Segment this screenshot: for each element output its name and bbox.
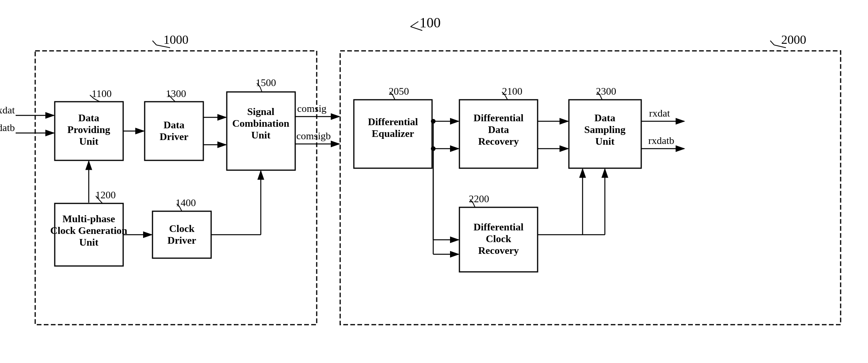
data-driver-label1: Data	[163, 119, 184, 131]
main-ref-label: 100	[420, 15, 441, 31]
ref-2300: 2300	[596, 86, 616, 97]
deq-label1: Differential	[368, 116, 418, 128]
ref-2050: 2050	[389, 86, 409, 97]
ref-1400: 1400	[176, 197, 196, 208]
dsu-label1: Data	[594, 112, 615, 124]
txdat-label: txdat	[0, 104, 15, 116]
rx-block-border	[340, 51, 841, 325]
dsu-label3: Unit	[595, 136, 614, 147]
dcr-label2: Clock	[486, 233, 512, 244]
dcr-label3: Recovery	[478, 245, 519, 256]
ddr-label1: Differential	[473, 112, 524, 124]
ref-1300: 1300	[166, 88, 186, 99]
svg-line-3	[152, 41, 156, 45]
scu-label2: Combination	[232, 118, 289, 129]
comsigb-label: comsigb	[296, 130, 331, 142]
ref-2200: 2200	[469, 193, 489, 205]
rxdat-label: rxdat	[649, 108, 670, 119]
tx-block-ref: 1000	[163, 32, 188, 47]
data-providing-unit-label: Data	[78, 112, 99, 124]
dsu-label2: Sampling	[584, 124, 626, 135]
rx-block-ref: 2000	[781, 32, 806, 47]
ref-1100: 1100	[91, 88, 111, 99]
mck-label3: Unit	[79, 237, 98, 248]
cd-label1: Clock	[169, 223, 195, 234]
rxdatb-label: rxdatb	[648, 135, 674, 146]
data-providing-unit-label2: Providing	[67, 124, 110, 135]
cd-label2: Driver	[167, 235, 196, 246]
scu-label3: Unit	[251, 129, 270, 141]
deq-label2: Equalizer	[372, 128, 414, 139]
scu-label1: Signal	[247, 106, 274, 117]
ref-1500: 1500	[256, 77, 276, 88]
mck-label2: Clock Generation	[50, 225, 127, 236]
svg-line-15	[770, 41, 774, 45]
comsig-label: comsig	[297, 103, 326, 114]
data-providing-unit-label3: Unit	[79, 136, 98, 147]
svg-line-1	[411, 22, 418, 27]
diagram-container: 100 1000 Data Providing Unit 1100 Data D…	[0, 0, 868, 363]
ddr-label2: Data	[488, 124, 509, 135]
mck-label1: Multi-phase	[63, 213, 115, 225]
ddr-label3: Recovery	[478, 136, 519, 147]
data-driver-label2: Driver	[160, 131, 188, 142]
txdatb-label: txdatb	[0, 122, 15, 133]
dcr-label1: Differential	[473, 221, 524, 233]
